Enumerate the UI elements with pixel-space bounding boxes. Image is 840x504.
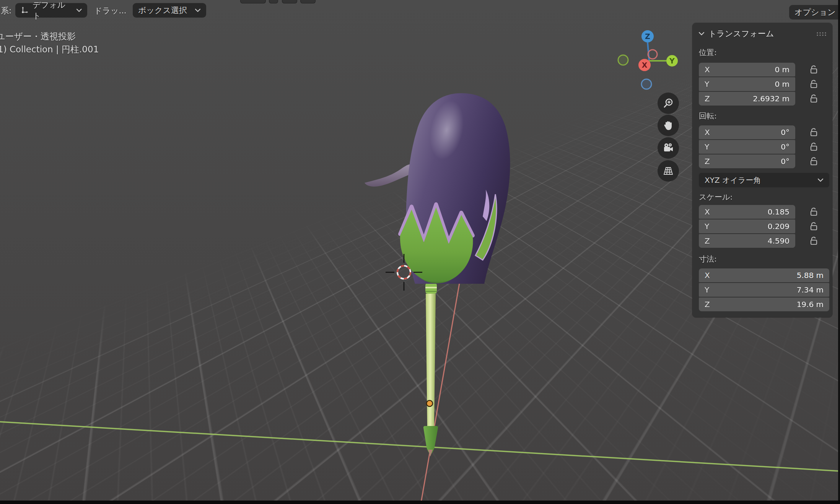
eggplant-pen-model[interactable]	[365, 93, 510, 457]
dimensions-x-field[interactable]: X 5.88 m	[699, 268, 829, 282]
axis-label: Y	[705, 142, 709, 151]
lock-icon[interactable]	[808, 206, 819, 218]
dimensions-label: 寸法:	[699, 254, 717, 264]
rotation-mode-dropdown[interactable]: XYZ オイラー角	[699, 173, 829, 187]
options-label: オプション	[794, 7, 835, 18]
transform-panel: トランスフォーム 位置: X 0 m Y 0 m Z 2.6932 m	[692, 23, 832, 317]
axis-value: 19.6 m	[797, 300, 824, 309]
rotation-z-field[interactable]: Z 0°	[699, 154, 795, 168]
transform-orientation-icon	[21, 6, 29, 15]
topbar-cut-button-1[interactable]	[240, 0, 266, 3]
axis-label: X	[705, 128, 710, 137]
axis-label: Y	[705, 285, 709, 294]
axis-value: 0°	[781, 128, 790, 137]
orientation-label: デフォルト	[33, 0, 72, 21]
magnifier-plus-icon	[662, 97, 674, 109]
gizmo-y-ball[interactable]: Y	[666, 55, 678, 67]
axis-label: Y	[705, 222, 709, 231]
axis-value: 2.6932 m	[753, 94, 790, 103]
chevron-down-icon	[698, 32, 705, 36]
svg-text:X: X	[642, 61, 648, 69]
axis-value: 0°	[781, 157, 790, 166]
topbar-cut-button-4[interactable]	[300, 0, 316, 3]
options-button[interactable]: オプション	[789, 5, 840, 20]
y-axis-line	[0, 422, 840, 471]
panel-title: トランスフォーム	[708, 28, 774, 39]
location-x-field[interactable]: X 0 m	[699, 63, 795, 76]
chevron-down-icon	[76, 8, 82, 12]
region-edge-bottom	[0, 501, 840, 504]
chevron-down-icon	[195, 8, 201, 12]
axis-label: Z	[705, 236, 710, 245]
camera-view-button[interactable]	[658, 137, 679, 159]
chevron-down-icon	[817, 178, 824, 182]
dimensions-z-field[interactable]: Z 19.6 m	[699, 298, 829, 311]
topbar-cut-button-2[interactable]	[269, 0, 278, 3]
axis-value: 0 m	[775, 80, 790, 89]
hand-icon	[663, 120, 674, 131]
eggplant-stem	[365, 164, 415, 187]
topbar-cut-button-3[interactable]	[282, 0, 297, 3]
axis-label: X	[705, 65, 710, 74]
region-edge-right	[838, 0, 840, 504]
location-label: 位置:	[699, 47, 717, 58]
view-perspective-label: ユーザー・透視投影	[0, 31, 76, 42]
axis-value: 4.590	[768, 236, 790, 245]
coord-system-label: 系:	[1, 5, 11, 16]
axis-label: Z	[705, 94, 710, 103]
gizmo-z-ball[interactable]: Z	[641, 30, 654, 42]
lock-icon[interactable]	[808, 64, 819, 75]
lock-icon[interactable]	[808, 235, 819, 247]
projection-toggle-button[interactable]	[658, 160, 679, 182]
axis-value: 5.88 m	[797, 271, 824, 280]
lock-icon[interactable]	[808, 93, 819, 104]
object-origin-dot	[427, 400, 433, 406]
rotation-mode-label: XYZ オイラー角	[705, 175, 761, 185]
location-y-field[interactable]: Y 0 m	[699, 77, 795, 91]
pan-button[interactable]	[658, 115, 679, 136]
select-mode-dropdown[interactable]: ボックス選択	[133, 3, 206, 18]
lock-icon[interactable]	[808, 156, 819, 167]
axis-value: 0.209	[768, 222, 790, 231]
gizmo-x-neg-ball[interactable]	[648, 50, 657, 59]
pen-barrel	[426, 294, 436, 427]
blender-viewport: 系: デフォルト ドラッ... ボックス選択 オプション ユーザー・透視投影 1…	[0, 0, 840, 504]
gizmo-y-neg-ball[interactable]	[618, 55, 628, 65]
scale-x-field[interactable]: X 0.185	[699, 205, 795, 219]
scale-y-field[interactable]: Y 0.209	[699, 219, 795, 233]
lock-icon[interactable]	[808, 221, 819, 232]
svg-text:Z: Z	[645, 32, 650, 41]
zoom-button[interactable]	[658, 93, 679, 114]
grid-icon	[662, 165, 674, 177]
location-z-field[interactable]: Z 2.6932 m	[699, 92, 795, 106]
axis-label: Z	[705, 300, 710, 309]
select-mode-label: ボックス選択	[138, 5, 187, 16]
rotation-x-field[interactable]: X 0°	[699, 125, 795, 139]
panel-header[interactable]: トランスフォーム	[698, 28, 774, 39]
drag-mode-label[interactable]: ドラッ...	[94, 5, 127, 16]
rotation-y-field[interactable]: Y 0°	[699, 140, 795, 154]
rotation-label: 回転:	[699, 111, 717, 121]
lock-icon[interactable]	[808, 127, 819, 138]
lock-icon[interactable]	[808, 78, 819, 90]
axis-value: 0.185	[768, 207, 790, 216]
svg-text:Y: Y	[669, 57, 675, 65]
lock-icon[interactable]	[808, 141, 819, 153]
axis-label: Y	[705, 80, 709, 89]
scale-label: スケール:	[699, 192, 733, 202]
axis-value: 0°	[781, 142, 790, 151]
navigation-gizmo[interactable]: Z Y X	[614, 27, 687, 94]
gizmo-x-ball[interactable]: X	[638, 59, 651, 71]
axis-value: 0 m	[775, 65, 790, 74]
axis-value: 7.34 m	[797, 285, 824, 294]
gizmo-z-neg-ball[interactable]	[641, 79, 651, 89]
drag-grip-icon[interactable]	[816, 31, 827, 37]
axis-label: Z	[705, 157, 710, 166]
active-object-breadcrumb: 1) Collection | 円柱.001	[0, 44, 99, 55]
camera-icon	[662, 142, 674, 154]
orientation-dropdown[interactable]: デフォルト	[15, 3, 87, 18]
scale-z-field[interactable]: Z 4.590	[699, 234, 795, 248]
dimensions-y-field[interactable]: Y 7.34 m	[699, 283, 829, 297]
axis-label: X	[705, 271, 710, 280]
axis-label: X	[705, 207, 710, 216]
